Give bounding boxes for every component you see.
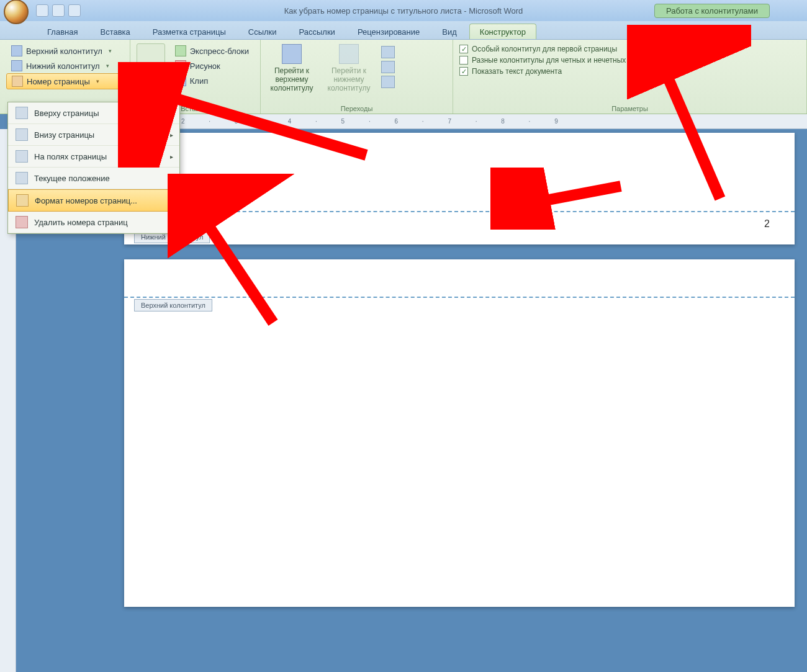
date-time-button[interactable]: [137, 43, 165, 83]
dropdown-top-of-page[interactable]: Вверху страницы▸: [8, 102, 179, 124]
odd-even-different-checkbox[interactable]: Разные колонтитулы для четных и нечетных…: [459, 55, 800, 66]
window-title: Как убрать номер страницы с титульного л…: [284, 6, 523, 16]
ribbon-tabs: Главная Вставка Разметка страницы Ссылки…: [0, 21, 807, 40]
dropdown-format-page-numbers[interactable]: Формат номеров страниц...: [8, 189, 179, 212]
group-label-options: Параметры: [459, 104, 800, 112]
page-top-icon: [16, 107, 28, 119]
qat-save-icon[interactable]: [36, 4, 48, 17]
picture-icon: [175, 60, 186, 71]
ribbon-group-options: ✓Особый колонтитул для первой страницы Р…: [453, 40, 807, 114]
tab-design[interactable]: Конструктор: [469, 24, 536, 39]
quick-parts-icon: [175, 45, 186, 56]
goto-header-label: Перейти к верхнему колонтитулу: [267, 66, 317, 92]
dropdown-item-label: Удалить номера страниц: [34, 218, 128, 227]
dropdown-remove-page-numbers[interactable]: Удалить номера страниц: [8, 212, 179, 233]
qat-redo-icon[interactable]: [68, 4, 81, 17]
header-button-label: Верхний колонтитул: [26, 47, 102, 56]
dropdown-item-label: Формат номеров страниц...: [35, 196, 137, 205]
tab-references[interactable]: Ссылки: [238, 24, 287, 39]
goto-footer-button[interactable]: Перейти к нижнему колонтитулу: [324, 43, 374, 93]
office-button[interactable]: [4, 0, 29, 24]
picture-label: Рисунок: [190, 61, 220, 71]
chevron-right-icon: ▸: [170, 153, 173, 160]
format-icon: [16, 194, 29, 207]
tab-review[interactable]: Рецензирование: [348, 24, 430, 39]
dropdown-page-margins[interactable]: На полях страницы▸: [8, 146, 179, 168]
page-footer-area[interactable]: 2: [124, 211, 795, 230]
dropdown-bottom-of-page[interactable]: Внизу страницы▸: [8, 124, 179, 146]
checkbox-empty-icon: [459, 56, 468, 65]
tab-insert[interactable]: Вставка: [90, 24, 140, 39]
chevron-right-icon: ▸: [170, 110, 173, 117]
dropdown-item-label: Внизу страницы: [34, 130, 94, 140]
checkbox-checked-icon: ✓: [459, 67, 468, 76]
tab-mailings[interactable]: Рассылки: [289, 24, 345, 39]
clip-button[interactable]: Клип: [170, 73, 254, 88]
show-document-text-label: Показать текст документа: [472, 67, 562, 76]
header-tag: Верхний колонтитул: [134, 299, 212, 311]
page-2[interactable]: Верхний колонтитул: [124, 259, 795, 607]
current-position-icon: [16, 172, 28, 184]
clip-label: Клип: [190, 76, 208, 86]
dropdown-item-label: На полях страницы: [34, 152, 107, 161]
first-page-different-checkbox[interactable]: ✓Особый колонтитул для первой страницы: [459, 43, 800, 55]
show-document-text-checkbox[interactable]: ✓Показать текст документа: [459, 66, 800, 77]
link-previous-icon[interactable]: [381, 76, 395, 88]
page-number-field[interactable]: 2: [764, 218, 770, 230]
quick-parts-label: Экспресс-блоки: [190, 47, 249, 56]
dropdown-item-label: Вверху страницы: [34, 109, 99, 118]
dropdown-current-position[interactable]: Текущее положение▸: [8, 168, 179, 189]
remove-icon: [16, 216, 28, 228]
odd-even-different-label: Разные колонтитулы для четных и нечетных…: [472, 56, 656, 65]
clip-icon: [175, 75, 186, 86]
prev-section-icon[interactable]: [381, 46, 395, 58]
header-icon: [11, 45, 22, 56]
quick-parts-button[interactable]: Экспресс-блоки: [170, 43, 254, 58]
page-number-dropdown: Вверху страницы▸ Внизу страницы▸ На поля…: [7, 102, 180, 234]
tab-home[interactable]: Главная: [37, 24, 88, 39]
page-number-icon: [12, 76, 23, 87]
goto-header-icon: [282, 44, 302, 64]
dropdown-item-label: Текущее положение: [34, 174, 110, 183]
context-tab-header: Работа с колонтитулами: [654, 4, 770, 18]
checkbox-checked-icon: ✓: [459, 45, 468, 53]
pages-container: 2 Нижний колонтитул Верхний колонтитул: [124, 133, 795, 672]
tab-view[interactable]: Вид: [432, 24, 467, 39]
quick-access-toolbar: [36, 4, 81, 17]
qat-undo-icon[interactable]: [52, 4, 65, 17]
title-bar: Как убрать номер страницы с титульного л…: [0, 0, 807, 21]
chevron-right-icon: ▸: [170, 175, 173, 182]
picture-button[interactable]: Рисунок: [170, 58, 254, 73]
chevron-right-icon: ▸: [170, 132, 173, 138]
ribbon-group-navigation: Перейти к верхнему колонтитулу Перейти к…: [261, 40, 453, 114]
page-bottom-icon: [16, 128, 28, 141]
page-number-label: Номер страницы: [27, 77, 90, 86]
footer-button-label: Нижний колонтитул: [26, 61, 100, 71]
footer-button[interactable]: Нижний колонтитул▾: [6, 58, 124, 73]
page-margins-icon: [16, 150, 28, 163]
goto-footer-icon: [339, 44, 359, 64]
page-header-area[interactable]: [124, 297, 795, 298]
page-1[interactable]: 2 Нижний колонтитул: [124, 133, 795, 244]
goto-footer-label: Перейти к нижнему колонтитулу: [324, 66, 374, 92]
header-button[interactable]: Верхний колонтитул▾: [6, 43, 124, 58]
page-number-button[interactable]: Номер страницы▾: [6, 73, 124, 89]
goto-header-button[interactable]: Перейти к верхнему колонтитулу: [267, 43, 317, 93]
tab-page-layout[interactable]: Разметка страницы: [143, 24, 236, 39]
footer-icon: [11, 60, 22, 71]
first-page-different-label: Особый колонтитул для первой страницы: [472, 45, 617, 53]
group-label-navigation: Переходы: [267, 104, 446, 112]
next-section-icon[interactable]: [381, 61, 395, 73]
